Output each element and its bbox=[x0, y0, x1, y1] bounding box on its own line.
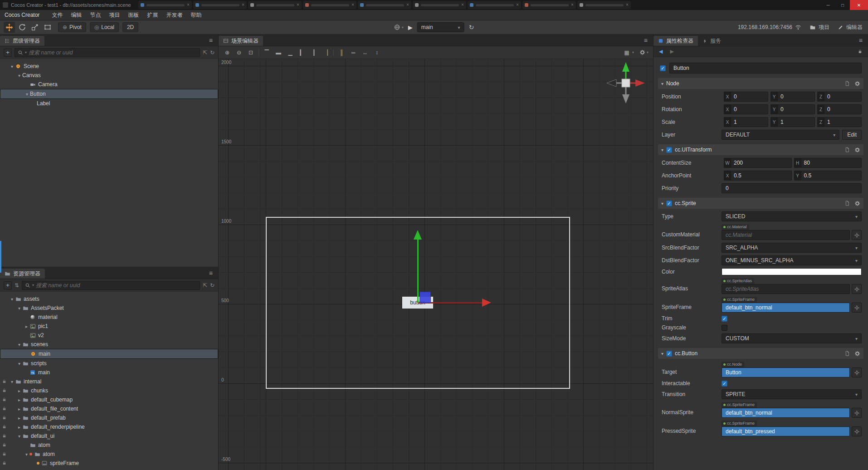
hierarchy-node-label[interactable]: Label bbox=[0, 99, 218, 108]
zoom-in-icon[interactable]: ⊕ bbox=[223, 49, 231, 57]
open-editor-button[interactable]: 编辑器 bbox=[838, 24, 863, 31]
component-header-cc-uitransform[interactable]: ▾cc.UITransform bbox=[658, 144, 863, 155]
assets-search-box[interactable]: ▾ bbox=[22, 281, 200, 290]
gizmo-plane-handle[interactable] bbox=[419, 292, 431, 303]
orientation-gizmo[interactable] bbox=[601, 59, 651, 108]
component-header-cc-sprite[interactable]: ▾cc.Sprite bbox=[658, 198, 863, 209]
preview-target-button[interactable]: ▾ bbox=[394, 24, 404, 30]
chevron-down-icon[interactable]: ▾ bbox=[9, 64, 15, 69]
file-icon[interactable] bbox=[844, 80, 850, 87]
layer-edit-button[interactable]: Edit bbox=[842, 130, 862, 140]
tab-assets[interactable]: 资源管理器 bbox=[0, 269, 45, 279]
maximize-button[interactable]: □ bbox=[835, 0, 850, 10]
align-bottom-icon[interactable]: ▁ bbox=[286, 49, 294, 57]
tab-close-icon[interactable]: × bbox=[571, 3, 574, 7]
asset-node-v2[interactable]: v2 bbox=[0, 331, 218, 340]
gizmo-x-arrow-icon[interactable] bbox=[482, 299, 491, 307]
menu-item[interactable]: 项目 bbox=[105, 11, 124, 19]
scene-select[interactable]: main▾ bbox=[417, 22, 464, 32]
node-name-input[interactable] bbox=[669, 63, 862, 73]
rotation-z-input[interactable]: 0 bbox=[824, 104, 862, 114]
history-forward-icon[interactable]: ▶ bbox=[670, 49, 673, 54]
panel-menu-icon[interactable]: ≡ bbox=[856, 37, 865, 44]
chevron-down-icon[interactable]: ▾ bbox=[16, 434, 22, 439]
menu-item[interactable]: 文件 bbox=[48, 11, 67, 19]
pivot-button[interactable]: ⊕Pivot bbox=[58, 22, 86, 32]
rect-tool-icon[interactable] bbox=[42, 22, 53, 33]
position-y-input[interactable]: 0 bbox=[777, 92, 815, 102]
chevron-right-icon[interactable]: ▸ bbox=[16, 388, 22, 393]
asset-picker-button[interactable] bbox=[852, 230, 862, 240]
close-button[interactable]: ✕ bbox=[850, 0, 868, 10]
refresh-scene-icon[interactable]: ↻ bbox=[469, 24, 474, 31]
panel-menu-icon[interactable]: ≡ bbox=[641, 37, 650, 44]
node-active-checkbox[interactable] bbox=[660, 65, 666, 71]
tab-services[interactable]: 服务 bbox=[698, 36, 726, 46]
chevron-down-icon[interactable]: ▾ bbox=[16, 73, 22, 78]
file-icon[interactable] bbox=[844, 350, 850, 357]
asset-node-default-ui[interactable]: ▾default_ui bbox=[0, 431, 218, 441]
asset-picker-button[interactable] bbox=[852, 408, 862, 418]
tab-close-icon[interactable]: × bbox=[297, 3, 299, 7]
normalsprite-asset-field[interactable]: default_btn_normal bbox=[722, 408, 850, 418]
asset-node-atom[interactable]: atom bbox=[0, 441, 218, 450]
sizemode-select[interactable]: CUSTOM▾ bbox=[722, 333, 862, 343]
sort-icon[interactable]: ⇅ bbox=[15, 283, 19, 288]
window-tab[interactable]: × bbox=[522, 1, 576, 9]
hierarchy-search-box[interactable]: ▾ bbox=[15, 48, 200, 57]
play-button[interactable]: ▶ bbox=[408, 24, 413, 31]
minimize-button[interactable]: ─ bbox=[821, 0, 835, 10]
chevron-right-icon[interactable]: ▸ bbox=[16, 406, 22, 411]
panel-menu-icon[interactable]: ≡ bbox=[206, 37, 215, 44]
asset-node-default-cubemap[interactable]: ▸default_cubemap bbox=[0, 395, 218, 404]
custommaterial-asset-field[interactable]: cc.Material bbox=[722, 230, 850, 240]
grayscale-checkbox[interactable] bbox=[722, 325, 727, 331]
tab-close-icon[interactable]: × bbox=[406, 3, 409, 7]
local-button[interactable]: ◎Local bbox=[90, 22, 119, 32]
spriteatlas-asset-field[interactable]: cc.SpriteAtlas bbox=[722, 284, 850, 294]
target-asset-field[interactable]: Button bbox=[722, 367, 850, 377]
scene-viewport[interactable]: 2000150010005000-500 button bbox=[219, 59, 653, 470]
tab-hierarchy[interactable]: 层级管理器 bbox=[0, 36, 44, 46]
gear-icon[interactable] bbox=[854, 147, 860, 153]
hierarchy-search-input[interactable] bbox=[29, 49, 197, 56]
component-header-node[interactable]: ▾Node bbox=[658, 78, 863, 89]
asset-node-assets[interactable]: ▾assets bbox=[0, 294, 218, 304]
rotation-x-input[interactable]: 0 bbox=[731, 104, 768, 114]
gear-icon[interactable] bbox=[854, 350, 860, 357]
create-asset-button[interactable]: + bbox=[4, 281, 12, 289]
window-tab[interactable]: × bbox=[413, 1, 466, 9]
file-icon[interactable] bbox=[844, 200, 850, 206]
chevron-down-icon[interactable]: ▾ bbox=[661, 201, 663, 206]
scale-tool-icon[interactable] bbox=[29, 22, 40, 33]
window-tab[interactable]: × bbox=[138, 1, 192, 9]
window-tab[interactable]: × bbox=[193, 1, 247, 9]
assets-search-input[interactable] bbox=[36, 282, 197, 289]
chevron-right-icon[interactable]: ▸ bbox=[16, 397, 22, 402]
chevron-down-icon[interactable]: ▾ bbox=[9, 379, 15, 384]
chevron-right-icon[interactable]: ▸ bbox=[16, 416, 22, 421]
asset-node-scenes[interactable]: ▾scenes bbox=[0, 340, 218, 349]
asset-node-internal[interactable]: ▾internal bbox=[0, 377, 218, 386]
tab-close-icon[interactable]: × bbox=[626, 3, 629, 7]
asset-node-default-file-content[interactable]: ▸default_file_content bbox=[0, 404, 218, 413]
menu-item[interactable]: 扩展 bbox=[143, 11, 162, 19]
asset-node-default-prefab[interactable]: ▸default_prefab bbox=[0, 413, 218, 422]
file-icon[interactable] bbox=[844, 147, 850, 153]
asset-node-material[interactable]: material bbox=[0, 313, 218, 322]
trim-checkbox[interactable] bbox=[722, 316, 727, 322]
priority-input[interactable]: 0 bbox=[722, 183, 862, 193]
panel-menu-icon[interactable]: ≡ bbox=[206, 269, 215, 277]
stretch-vertical-icon[interactable]: ↕ bbox=[373, 49, 381, 57]
menu-item[interactable]: 节点 bbox=[86, 11, 105, 19]
tab-close-icon[interactable]: × bbox=[516, 3, 519, 7]
tab-inspector[interactable]: 属性检查器 bbox=[653, 36, 698, 46]
chevron-right-icon[interactable]: ▸ bbox=[24, 324, 29, 329]
color-swatch[interactable] bbox=[722, 268, 862, 275]
window-tab[interactable]: × bbox=[358, 1, 411, 9]
rotation-y-input[interactable]: 0 bbox=[777, 104, 815, 114]
interactable-checkbox[interactable] bbox=[722, 381, 727, 387]
scale-x-input[interactable]: 1 bbox=[731, 117, 768, 127]
spriteframe-asset-field[interactable]: default_btn_normal bbox=[722, 303, 850, 313]
rotate-tool-icon[interactable] bbox=[16, 22, 28, 33]
